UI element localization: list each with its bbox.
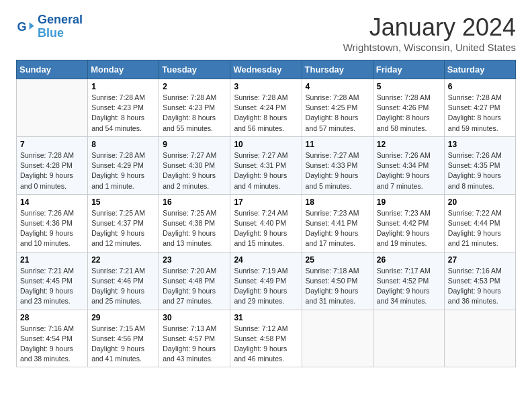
day-number: 26: [377, 255, 441, 265]
day-number: 8: [91, 140, 155, 149]
calendar-cell: 23Sunrise: 7:20 AMSunset: 4:48 PMDayligh…: [159, 252, 230, 310]
day-number: 19: [377, 197, 441, 207]
calendar-cell: 5Sunrise: 7:28 AMSunset: 4:26 PMDaylight…: [373, 79, 444, 137]
calendar-cell: 7Sunrise: 7:28 AMSunset: 4:28 PMDaylight…: [17, 136, 88, 194]
day-info: Sunrise: 7:26 AMSunset: 4:36 PMDaylight:…: [20, 208, 84, 249]
day-number: 9: [163, 140, 226, 149]
day-info: Sunrise: 7:16 AMSunset: 4:53 PMDaylight:…: [448, 266, 512, 307]
day-info: Sunrise: 7:27 AMSunset: 4:33 PMDaylight:…: [306, 150, 369, 191]
location: Wrightstown, Wisconsin, United States: [343, 42, 516, 53]
day-info: Sunrise: 7:28 AMSunset: 4:27 PMDaylight:…: [448, 93, 512, 134]
day-number: 12: [377, 140, 441, 149]
calendar-cell: 17Sunrise: 7:24 AMSunset: 4:40 PMDayligh…: [230, 194, 302, 252]
day-number: 16: [163, 197, 226, 207]
day-number: 4: [306, 82, 369, 91]
day-info: Sunrise: 7:16 AMSunset: 4:54 PMDaylight:…: [20, 324, 84, 365]
calendar-table: SundayMondayTuesdayWednesdayThursdayFrid…: [16, 60, 516, 367]
day-info: Sunrise: 7:17 AMSunset: 4:52 PMDaylight:…: [377, 266, 441, 307]
day-info: Sunrise: 7:13 AMSunset: 4:57 PMDaylight:…: [163, 324, 226, 365]
day-info: Sunrise: 7:26 AMSunset: 4:35 PMDaylight:…: [448, 150, 512, 191]
day-number: 22: [91, 255, 155, 265]
calendar-cell: 4Sunrise: 7:28 AMSunset: 4:25 PMDaylight…: [302, 79, 373, 137]
logo-icon: G: [16, 17, 35, 36]
day-info: Sunrise: 7:25 AMSunset: 4:37 PMDaylight:…: [91, 208, 155, 249]
week-row-4: 21Sunrise: 7:21 AMSunset: 4:45 PMDayligh…: [17, 252, 516, 310]
svg-text:G: G: [17, 19, 26, 33]
calendar-cell: 25Sunrise: 7:18 AMSunset: 4:50 PMDayligh…: [302, 252, 373, 310]
calendar-cell: 30Sunrise: 7:13 AMSunset: 4:57 PMDayligh…: [159, 310, 230, 367]
day-info: Sunrise: 7:28 AMSunset: 4:29 PMDaylight:…: [91, 150, 155, 191]
weekday-header-wednesday: Wednesday: [230, 60, 302, 79]
weekday-header-sunday: Sunday: [17, 60, 88, 79]
day-number: 28: [20, 313, 84, 322]
calendar-cell: 28Sunrise: 7:16 AMSunset: 4:54 PMDayligh…: [17, 310, 88, 367]
day-number: 27: [448, 255, 512, 265]
day-number: 20: [448, 197, 512, 207]
calendar-cell: 9Sunrise: 7:27 AMSunset: 4:30 PMDaylight…: [159, 136, 230, 194]
day-info: Sunrise: 7:28 AMSunset: 4:24 PMDaylight:…: [234, 93, 298, 134]
day-info: Sunrise: 7:15 AMSunset: 4:56 PMDaylight:…: [91, 324, 155, 365]
day-info: Sunrise: 7:19 AMSunset: 4:49 PMDaylight:…: [234, 266, 298, 307]
weekday-header-friday: Friday: [373, 60, 444, 79]
day-info: Sunrise: 7:27 AMSunset: 4:30 PMDaylight:…: [163, 150, 226, 191]
day-number: 11: [306, 140, 369, 149]
weekday-header-thursday: Thursday: [302, 60, 373, 79]
calendar-cell: 6Sunrise: 7:28 AMSunset: 4:27 PMDaylight…: [444, 79, 515, 137]
day-info: Sunrise: 7:21 AMSunset: 4:45 PMDaylight:…: [20, 266, 84, 307]
calendar-cell: 22Sunrise: 7:21 AMSunset: 4:46 PMDayligh…: [88, 252, 159, 310]
day-info: Sunrise: 7:28 AMSunset: 4:28 PMDaylight:…: [20, 150, 84, 191]
calendar-cell: 8Sunrise: 7:28 AMSunset: 4:29 PMDaylight…: [88, 136, 159, 194]
day-info: Sunrise: 7:28 AMSunset: 4:23 PMDaylight:…: [91, 93, 155, 134]
calendar-cell: [17, 79, 88, 137]
day-number: 3: [234, 82, 298, 91]
calendar-cell: 26Sunrise: 7:17 AMSunset: 4:52 PMDayligh…: [373, 252, 444, 310]
calendar-cell: 29Sunrise: 7:15 AMSunset: 4:56 PMDayligh…: [88, 310, 159, 367]
day-number: 25: [306, 255, 369, 265]
calendar-cell: 24Sunrise: 7:19 AMSunset: 4:49 PMDayligh…: [230, 252, 302, 310]
day-info: Sunrise: 7:21 AMSunset: 4:46 PMDaylight:…: [91, 266, 155, 307]
day-info: Sunrise: 7:26 AMSunset: 4:34 PMDaylight:…: [377, 150, 441, 191]
day-info: Sunrise: 7:28 AMSunset: 4:26 PMDaylight:…: [377, 93, 441, 134]
calendar-cell: 16Sunrise: 7:25 AMSunset: 4:38 PMDayligh…: [159, 194, 230, 252]
logo: G General Blue: [16, 13, 83, 40]
day-number: 14: [20, 197, 84, 207]
day-number: 1: [91, 82, 155, 91]
calendar-cell: 1Sunrise: 7:28 AMSunset: 4:23 PMDaylight…: [88, 79, 159, 137]
day-info: Sunrise: 7:22 AMSunset: 4:44 PMDaylight:…: [448, 208, 512, 249]
calendar-cell: 19Sunrise: 7:23 AMSunset: 4:42 PMDayligh…: [373, 194, 444, 252]
calendar-cell: 11Sunrise: 7:27 AMSunset: 4:33 PMDayligh…: [302, 136, 373, 194]
day-info: Sunrise: 7:28 AMSunset: 4:23 PMDaylight:…: [163, 93, 226, 134]
calendar-cell: 21Sunrise: 7:21 AMSunset: 4:45 PMDayligh…: [17, 252, 88, 310]
day-number: 29: [91, 313, 155, 322]
header: G General Blue January 2024 Wrightstown,…: [16, 13, 516, 53]
calendar-cell: 18Sunrise: 7:23 AMSunset: 4:41 PMDayligh…: [302, 194, 373, 252]
day-info: Sunrise: 7:23 AMSunset: 4:41 PMDaylight:…: [306, 208, 369, 249]
day-info: Sunrise: 7:24 AMSunset: 4:40 PMDaylight:…: [234, 208, 298, 249]
calendar-cell: 3Sunrise: 7:28 AMSunset: 4:24 PMDaylight…: [230, 79, 302, 137]
day-number: 24: [234, 255, 298, 265]
day-info: Sunrise: 7:20 AMSunset: 4:48 PMDaylight:…: [163, 266, 226, 307]
title-area: January 2024 Wrightstown, Wisconsin, Uni…: [343, 13, 516, 53]
calendar-cell: 12Sunrise: 7:26 AMSunset: 4:34 PMDayligh…: [373, 136, 444, 194]
day-number: 23: [163, 255, 226, 265]
weekday-header-saturday: Saturday: [444, 60, 515, 79]
weekday-header-tuesday: Tuesday: [159, 60, 230, 79]
calendar-cell: 10Sunrise: 7:27 AMSunset: 4:31 PMDayligh…: [230, 136, 302, 194]
day-number: 5: [377, 82, 441, 91]
weekday-header-row: SundayMondayTuesdayWednesdayThursdayFrid…: [17, 60, 516, 79]
day-number: 10: [234, 140, 298, 149]
week-row-1: 1Sunrise: 7:28 AMSunset: 4:23 PMDaylight…: [17, 79, 516, 137]
calendar-cell: [444, 310, 515, 367]
day-number: 2: [163, 82, 226, 91]
day-number: 7: [20, 140, 84, 149]
calendar-cell: 20Sunrise: 7:22 AMSunset: 4:44 PMDayligh…: [444, 194, 515, 252]
day-number: 30: [163, 313, 226, 322]
week-row-2: 7Sunrise: 7:28 AMSunset: 4:28 PMDaylight…: [17, 136, 516, 194]
day-number: 31: [234, 313, 298, 322]
day-info: Sunrise: 7:25 AMSunset: 4:38 PMDaylight:…: [163, 208, 226, 249]
day-info: Sunrise: 7:28 AMSunset: 4:25 PMDaylight:…: [306, 93, 369, 134]
svg-marker-1: [30, 22, 34, 30]
day-info: Sunrise: 7:12 AMSunset: 4:58 PMDaylight:…: [234, 324, 298, 365]
day-number: 13: [448, 140, 512, 149]
calendar-cell: 14Sunrise: 7:26 AMSunset: 4:36 PMDayligh…: [17, 194, 88, 252]
